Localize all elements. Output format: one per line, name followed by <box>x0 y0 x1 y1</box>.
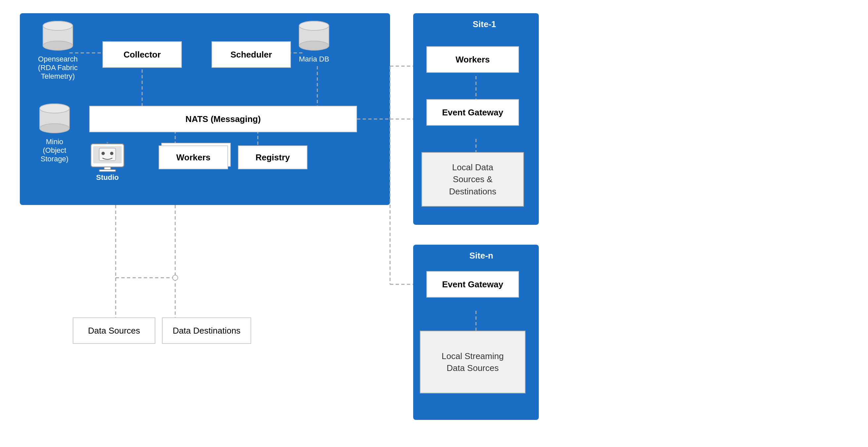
workers-box-main: Workers <box>159 146 228 169</box>
svg-point-24 <box>43 21 73 30</box>
mariadb-label: Maria DB <box>292 55 336 63</box>
site1-event-gateway-box: Event Gateway <box>426 99 519 126</box>
site1-label: Site-1 <box>473 19 496 29</box>
siten-event-gateway-box: Event Gateway <box>426 271 519 298</box>
nats-box: NATS (Messaging) <box>89 106 357 132</box>
svg-rect-41 <box>99 170 116 172</box>
svg-point-36 <box>101 152 105 155</box>
svg-point-20 <box>173 275 178 280</box>
siten-local-streaming-box: Local StreamingData Sources <box>420 331 526 393</box>
opensearch-cylinder: Opensearch(RDA Fabric Telemetry) <box>31 20 84 81</box>
collector-box: Collector <box>102 41 182 68</box>
studio-container: Studio <box>89 142 126 182</box>
studio-label: Studio <box>96 173 119 182</box>
data-sources-box: Data Sources <box>73 318 155 344</box>
minio-cylinder: Minio(ObjectStorage) <box>31 102 78 163</box>
site1-local-data-box: Local DataSources &Destinations <box>422 152 524 207</box>
svg-point-28 <box>299 21 329 30</box>
svg-point-39 <box>106 142 108 143</box>
data-destinations-box: Data Destinations <box>162 318 251 344</box>
minio-label: Minio(ObjectStorage) <box>31 138 78 163</box>
svg-point-31 <box>40 124 69 133</box>
site1-workers-box: Workers <box>426 46 519 73</box>
svg-rect-35 <box>99 148 116 161</box>
scheduler-box: Scheduler <box>212 41 291 68</box>
registry-box: Registry <box>238 146 307 169</box>
diagram-container: Site-1 Site-n <box>0 0 868 447</box>
svg-point-23 <box>43 41 73 50</box>
svg-point-27 <box>299 41 329 50</box>
svg-point-37 <box>110 152 113 155</box>
mariadb-cylinder: Maria DB <box>292 20 336 63</box>
opensearch-label: Opensearch(RDA Fabric Telemetry) <box>31 55 84 81</box>
siten-label: Site-n <box>469 250 493 261</box>
svg-point-32 <box>40 104 69 113</box>
